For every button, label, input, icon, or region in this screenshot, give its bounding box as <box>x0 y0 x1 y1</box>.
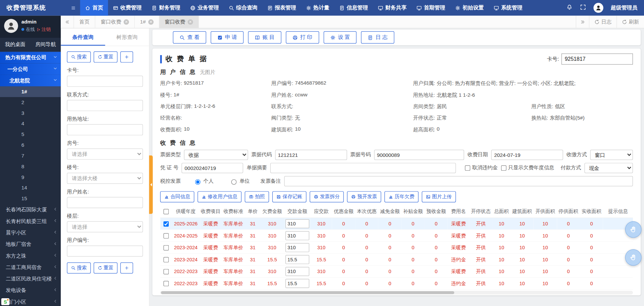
pay-amount-input[interactable] <box>285 279 309 288</box>
row-checkbox[interactable] <box>163 245 169 250</box>
notification-bell-icon[interactable] <box>567 4 573 12</box>
invoice-note-input[interactable] <box>284 176 633 186</box>
column-header-收费项目[interactable]: 收费项目 <box>200 206 221 218</box>
action-button-拍照[interactable]: 拍照 <box>245 191 269 202</box>
toolbar-button-申请[interactable]: 申 请 <box>211 31 244 44</box>
column-header-开供面积[interactable]: 开供面积 <box>534 206 557 218</box>
logout-button[interactable]: 注销 <box>37 26 51 32</box>
action-button-历年欠费[interactable]: 历年欠费 <box>384 191 419 202</box>
column-header-总面积[interactable]: 总面积 <box>492 206 511 218</box>
toolbar-button-打印[interactable]: 打 印 <box>286 31 319 44</box>
nav-item-综合查询[interactable]: 综合查询 <box>224 0 262 16</box>
column-header-建筑面积[interactable]: 建筑面积 <box>511 206 534 218</box>
action-button-预开发票[interactable]: 预开发票 <box>347 191 381 202</box>
field-input-用热地址:[interactable] <box>67 124 143 135</box>
column-header-补贴金额[interactable]: 补贴金额 <box>401 206 425 218</box>
floating-hand-button-2[interactable] <box>625 249 642 266</box>
column-header-交款金额[interactable]: 交款金额 <box>284 206 311 218</box>
row-checkbox[interactable] <box>163 281 169 286</box>
scrollbar-thumb[interactable] <box>161 291 454 294</box>
column-header-开停状态[interactable]: 开停状态 <box>469 206 492 218</box>
refresh-button[interactable]: 刷新 <box>616 16 644 28</box>
nav-item-收费管理[interactable]: 收费管理 <box>108 0 147 16</box>
nav-item-首页[interactable]: 首页 <box>80 0 108 16</box>
field-select-楼层:[interactable]: 请选择 <box>67 221 143 232</box>
row-checkbox[interactable] <box>163 221 169 226</box>
toolbar-button-设置[interactable]: 设 置 <box>323 31 357 44</box>
tab-close-icon[interactable]: ✕ <box>124 19 129 25</box>
action-button-修改用户信息[interactable]: 修改用户信息 <box>198 191 241 202</box>
row-checkbox[interactable] <box>163 269 169 274</box>
nav-item-财务共享[interactable]: 财务共享 <box>373 0 412 16</box>
page-tab-2[interactable]: 1#✕ <box>135 16 159 28</box>
field-input-用户姓名:[interactable] <box>67 197 143 208</box>
field-input-用户编号:[interactable] <box>67 246 143 257</box>
tree-node-长春鸿石国际大厦[interactable]: 长春鸿石国际大厦 <box>0 204 61 215</box>
column-header-本次优惠[interactable]: 本次优惠 <box>355 206 378 218</box>
tree-node-5[interactable]: 5 <box>0 129 61 140</box>
sidebar-tab-房间导航[interactable]: 房间导航 <box>31 38 61 51</box>
browser-taskbar-icon[interactable]: S <box>1 298 9 305</box>
tree-node-热力有限责任公司[interactable]: 热力有限责任公司 <box>0 52 61 63</box>
nav-item-热计量[interactable]: 热计量 <box>301 0 334 16</box>
column-header-优惠金额[interactable]: 优惠金额 <box>332 206 355 218</box>
filter-tab-条件查询[interactable]: 条件查询 <box>61 34 105 46</box>
scroll-tabs-right-icon[interactable] <box>576 16 589 28</box>
column-header-预收金额[interactable]: 预收金额 <box>425 206 448 218</box>
row-checkbox[interactable] <box>163 257 169 262</box>
page-tab-3[interactable]: 窗口收费✕ <box>159 16 199 28</box>
fullscreen-icon[interactable] <box>580 4 586 12</box>
tree-node-15[interactable]: 15 <box>0 193 61 204</box>
tree-node-2[interactable]: 2 <box>0 97 61 108</box>
floating-hand-button-1[interactable] <box>625 221 642 238</box>
field-select-楼号:[interactable]: 请选择大楼 <box>67 173 143 184</box>
filter-search-button[interactable]: 搜索 <box>67 262 91 273</box>
action-button-保存记账[interactable]: 保存记账 <box>272 191 307 202</box>
column-header-单价[interactable]: 单价 <box>245 206 260 218</box>
voucher-input[interactable] <box>182 163 244 173</box>
only-arrears-option[interactable]: 只显示欠费年度信息 <box>501 165 554 172</box>
tree-node-一分公司[interactable]: 一分公司 <box>0 63 61 75</box>
pay-amount-input[interactable] <box>285 267 309 276</box>
tree-node-二道工商局宿舍[interactable]: 二道工商局宿舍 <box>0 262 61 273</box>
filter-reset-button[interactable]: 重置 <box>94 51 117 62</box>
filter-reset-button[interactable]: 重置 <box>94 262 117 273</box>
sidebar-tab-我的桌面[interactable]: 我的桌面 <box>0 38 31 51</box>
tree-node-北航老院[interactable]: 北航老院 <box>0 75 61 86</box>
tree-node-14[interactable]: 14 <box>0 183 61 193</box>
column-header-费用名[interactable]: 费用名 <box>448 206 469 218</box>
tree-node-8[interactable]: 8 <box>0 161 61 172</box>
column-header-实收面积[interactable]: 实收面积 <box>580 206 603 218</box>
tree-node-1#[interactable]: 1# <box>0 86 61 97</box>
tree-node-7[interactable]: 7 <box>0 150 61 161</box>
pay-amount-input[interactable] <box>285 255 309 264</box>
page-tab-1[interactable]: 窗口收费✕ <box>95 16 135 28</box>
menu-toggle-button[interactable] <box>66 0 80 16</box>
column-header-减免金额[interactable]: 减免金额 <box>378 206 401 218</box>
ticket-no-input[interactable] <box>374 150 464 160</box>
personal-radio[interactable] <box>195 179 201 184</box>
tree-node-晨宇小区[interactable]: 晨宇小区 <box>0 227 61 238</box>
tree-node-发电设备[interactable]: 发电设备 <box>0 285 61 296</box>
nav-item-报表管理[interactable]: 报表管理 <box>262 0 301 16</box>
filter-search-button[interactable]: 搜索 <box>67 51 91 62</box>
nav-item-信息管理[interactable]: 信息管理 <box>334 0 373 16</box>
collect-method-select[interactable]: 窗口 <box>590 150 633 160</box>
tree-node-4[interactable]: 4 <box>0 119 61 129</box>
tree-node-3[interactable]: 3 <box>0 108 61 119</box>
toolbar-button-账目[interactable]: 账 目 <box>248 31 281 44</box>
user-avatar[interactable] <box>593 3 603 13</box>
column-header-供暖年度[interactable]: 供暖年度 <box>172 206 200 218</box>
personal-radio-option[interactable]: 个人 <box>193 178 214 185</box>
pay-amount-input[interactable] <box>285 231 309 240</box>
tree-node-长青村民航委三组[interactable]: 长青村民航委三组 <box>0 216 61 227</box>
nav-item-首期管理[interactable]: 首期管理 <box>412 0 450 16</box>
tab-close-icon[interactable]: ✕ <box>148 19 154 25</box>
tree-node-东方之珠[interactable]: 东方之珠 <box>0 250 61 261</box>
filter-add-button[interactable] <box>120 51 133 62</box>
only-arrears-checkbox[interactable] <box>501 165 506 171</box>
cancel-penalty-checkbox[interactable] <box>465 165 471 171</box>
action-button-图片上传[interactable]: 图片上传 <box>422 191 456 202</box>
company-radio-option[interactable]: 单位 <box>229 178 250 185</box>
fee-date-input[interactable] <box>491 150 563 160</box>
